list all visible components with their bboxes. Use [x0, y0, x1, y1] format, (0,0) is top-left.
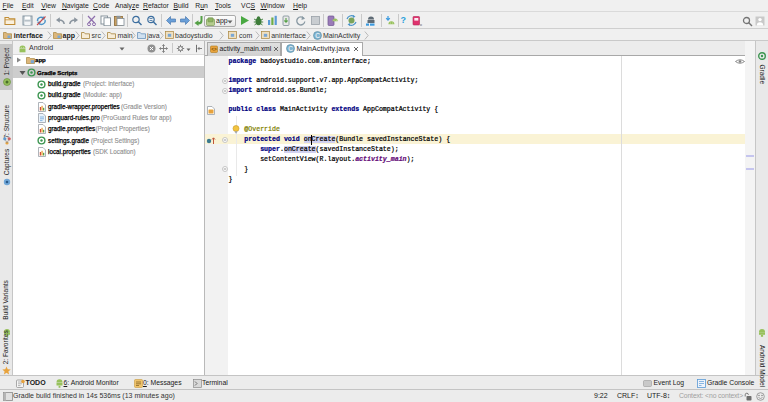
svg-text:C: C [288, 45, 293, 52]
svg-text:<>: <> [211, 46, 217, 51]
svg-text:C: C [315, 32, 320, 39]
svg-text:o: o [420, 21, 423, 26]
